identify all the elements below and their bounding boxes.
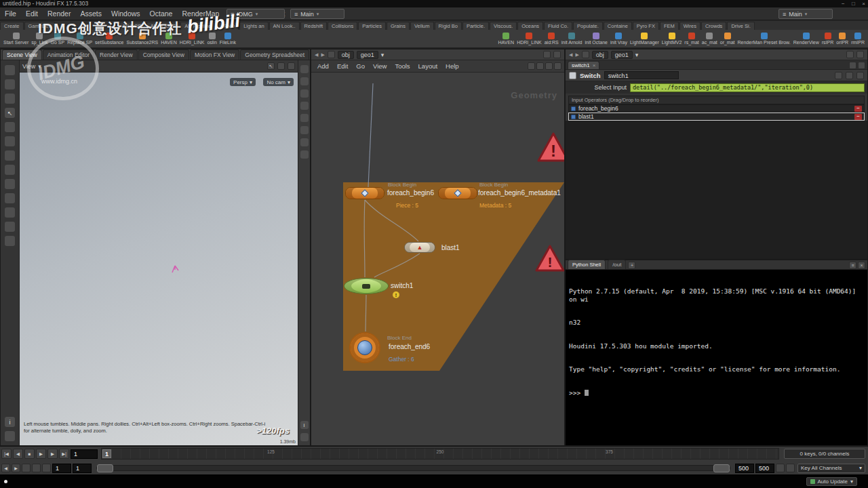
- tab-render-view[interactable]: Render View: [95, 49, 138, 60]
- node-foreach-begin6-metadata[interactable]: [438, 187, 477, 199]
- grid-toggle-icon[interactable]: [300, 114, 309, 122]
- node-warning-badge[interactable]: !: [393, 291, 399, 298]
- jump-to-end-button[interactable]: ▶|: [59, 449, 69, 459]
- performance-monitor-icon[interactable]: [5, 431, 15, 441]
- shelf-tab[interactable]: Fluid Co.: [544, 22, 572, 30]
- shelf-tool[interactable]: rs_mat: [684, 33, 698, 45]
- step-back-button[interactable]: ◀: [13, 449, 23, 459]
- menu-assets[interactable]: Assets: [75, 9, 106, 18]
- pane-menu-icon[interactable]: ≡: [849, 262, 856, 269]
- input-operator-row[interactable]: blast1 −: [568, 113, 865, 121]
- projection-selector[interactable]: Persp ▾: [230, 78, 256, 86]
- auto-key-icon[interactable]: [776, 464, 785, 472]
- param-gear-icon[interactable]: [858, 62, 865, 69]
- shelf-tab[interactable]: Pyro FX: [633, 22, 659, 30]
- play-button[interactable]: ▶: [36, 449, 46, 459]
- step-forward-button[interactable]: ▶: [47, 449, 58, 459]
- display-mode-icon[interactable]: [5, 236, 15, 246]
- shelf-tool[interactable]: orIPR: [836, 33, 848, 45]
- timeline[interactable]: 1 125 250 375: [101, 448, 779, 460]
- pane-close-icon[interactable]: ×: [858, 262, 865, 269]
- network-menu-edit[interactable]: Edit: [334, 62, 351, 70]
- prev-key-button[interactable]: ◀: [1, 464, 10, 472]
- camera-lock-icon[interactable]: [300, 65, 309, 73]
- next-key-button[interactable]: ▶: [12, 464, 20, 472]
- menu-octane[interactable]: Octane: [145, 9, 178, 18]
- nav-forward-icon[interactable]: ▶: [321, 52, 324, 58]
- shelf-tab[interactable]: Populate.: [573, 22, 603, 30]
- shelf-tab[interactable]: AN Look..: [269, 22, 300, 30]
- shading-mode-icon[interactable]: [300, 89, 309, 98]
- shelf-tab[interactable]: Containe: [604, 22, 632, 30]
- stop-button[interactable]: ■: [24, 449, 35, 459]
- camera-selector[interactable]: No cam ▾: [263, 78, 294, 86]
- snap-mode-icon[interactable]: [5, 193, 15, 203]
- network-grid-icon[interactable]: [536, 62, 544, 70]
- shelf-tab[interactable]: Vellum: [410, 22, 434, 30]
- range-end-subfield[interactable]: 500: [755, 464, 774, 473]
- shelf-tab[interactable]: Grains: [387, 22, 410, 30]
- loop-mode-icon[interactable]: [32, 464, 41, 472]
- minimize-button[interactable]: −: [842, 1, 845, 7]
- tab-motion-fx-view[interactable]: Motion FX View: [190, 49, 239, 60]
- select-input-expression-field[interactable]: detail("../foreach_begin6_metadata1/","i…: [630, 83, 865, 92]
- close-button[interactable]: ×: [862, 1, 865, 7]
- tab-geometry-spreadsheet[interactable]: Geometry Spreadsheet: [240, 49, 309, 60]
- tab-out-context[interactable]: /out: [608, 260, 626, 269]
- select-arrow-icon[interactable]: ↖: [267, 62, 275, 70]
- network-list-view-icon[interactable]: [545, 62, 553, 70]
- close-tab-icon[interactable]: ×: [593, 62, 596, 68]
- node-name-label[interactable]: foreach_begin6_metadata1: [478, 189, 561, 197]
- playbar-options-icon[interactable]: [42, 464, 51, 472]
- pin-pane-icon[interactable]: [543, 51, 551, 58]
- network-menu-help[interactable]: Help: [442, 62, 462, 70]
- jump-to-start-button[interactable]: |◀: [1, 449, 12, 459]
- network-settings-icon[interactable]: [554, 62, 561, 70]
- node-name-label[interactable]: blast1: [441, 244, 460, 251]
- breadcrumb-root[interactable]: obj: [592, 51, 608, 59]
- current-frame-field[interactable]: 1: [71, 449, 98, 459]
- display-options-icon[interactable]: [300, 150, 309, 159]
- nav-back-icon[interactable]: ◀: [315, 52, 318, 58]
- shelf-tab[interactable]: FEM: [660, 22, 679, 30]
- shelf-tool[interactable]: Start Server: [3, 33, 28, 45]
- playback-range-slider[interactable]: [96, 465, 730, 471]
- help-icon[interactable]: [856, 72, 864, 79]
- tab-python-shell[interactable]: Python Shell: [568, 260, 606, 269]
- shelf-tab[interactable]: Viscous.: [490, 22, 517, 30]
- pane-link-icon[interactable]: [856, 51, 864, 58]
- nav-forward-icon[interactable]: ▶: [575, 52, 578, 58]
- shelf-tool[interactable]: init Octane: [585, 33, 607, 45]
- network-menu-go[interactable]: Go: [353, 62, 368, 70]
- network-canvas[interactable]: Geometry ! ! Bloc: [311, 73, 564, 445]
- pose-tool-icon[interactable]: [5, 65, 15, 75]
- node-foreach-end6[interactable]: [349, 332, 380, 363]
- menu-edit[interactable]: Edit: [21, 9, 43, 18]
- playhead[interactable]: 1: [102, 449, 111, 458]
- shelf-tab[interactable]: Drive Si.: [727, 22, 754, 30]
- desktop-selector[interactable]: ≡ Main ▾: [778, 9, 833, 19]
- menu-render[interactable]: Render: [43, 9, 75, 18]
- shelf-tab[interactable]: Lights an: [239, 22, 268, 30]
- node-foreach-begin6[interactable]: [345, 187, 384, 199]
- auto-update-selector[interactable]: Auto Update ▾: [806, 477, 858, 486]
- paint-state-icon[interactable]: [5, 94, 15, 104]
- shelf-tab[interactable]: Particles: [358, 22, 386, 30]
- new-tab-button[interactable]: +: [628, 262, 635, 269]
- shelf-tool[interactable]: HDRI_LINK: [517, 33, 542, 45]
- realtime-toggle-icon[interactable]: [22, 464, 31, 472]
- shelf-tab[interactable]: Particle.: [462, 22, 489, 30]
- shelf-tool[interactable]: rmIPR: [851, 33, 865, 45]
- select-input-label[interactable]: Select Input: [568, 84, 627, 91]
- shelf-tool[interactable]: rsIPR: [822, 33, 834, 45]
- param-history-icon[interactable]: [849, 62, 856, 69]
- shelf-tool[interactable]: FileLink: [220, 33, 236, 45]
- channel-scope-icon[interactable]: [786, 464, 795, 472]
- remove-operator-button[interactable]: −: [854, 106, 862, 112]
- info-circle-icon[interactable]: i: [300, 421, 309, 429]
- menu-windows[interactable]: Windows: [106, 9, 145, 18]
- shelf-tool[interactable]: LightMV2: [662, 33, 682, 45]
- shelf-tab[interactable]: Crowds: [701, 22, 726, 30]
- breadcrumb-node[interactable]: geo1: [357, 51, 378, 59]
- snap-grid-icon[interactable]: [300, 126, 309, 134]
